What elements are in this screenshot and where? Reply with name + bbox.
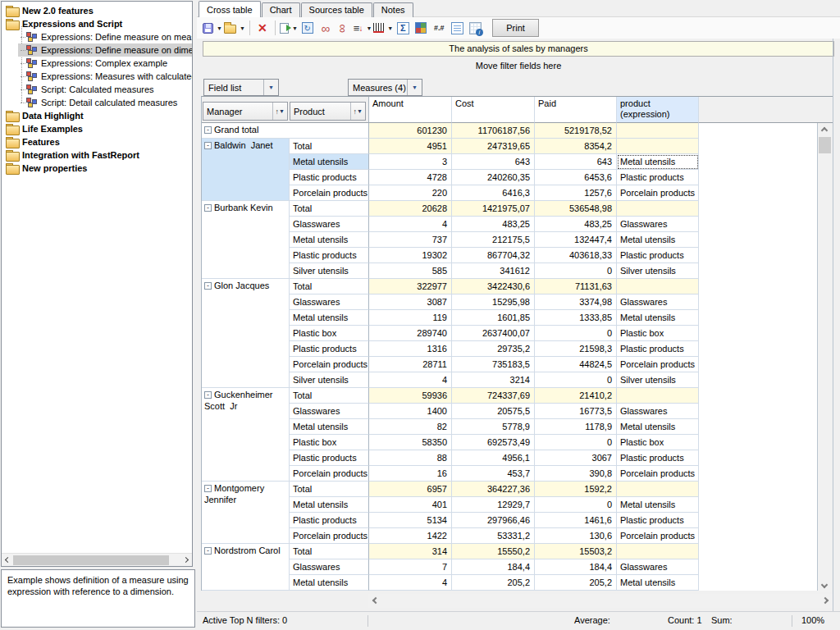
cell-cost[interactable]: 364227,36 (452, 482, 535, 497)
cell-product-expression[interactable]: Plastic products (617, 248, 699, 263)
tree-item-expressions-define-measure-on-measur[interactable]: Expressions: Define measure on measur (18, 30, 192, 43)
cell-amount[interactable]: 6957 (369, 482, 452, 497)
tree-item-expressions-define-measure-on-dimensi[interactable]: Expressions: Define measure on dimensi (18, 43, 192, 57)
cell-amount[interactable]: 3 (369, 154, 452, 170)
highlight-icon[interactable] (413, 19, 429, 37)
cell-cost[interactable]: 15550,2 (452, 544, 535, 559)
cell-amount[interactable]: 59936 (369, 388, 452, 404)
cell-cost[interactable]: 240260,35 (452, 170, 535, 185)
cell-product-expression[interactable]: Porcelain products (617, 185, 699, 201)
row-header-product[interactable]: Plastic products (290, 450, 369, 466)
cell-cost[interactable]: 483,25 (452, 217, 535, 232)
cell-product-expression[interactable]: Porcelain products (617, 357, 699, 372)
cell-product-expression[interactable]: Metal utensils (617, 310, 699, 326)
row-header-manager[interactable]: Montgomery Jennifer (202, 482, 290, 544)
cell-paid[interactable]: 71131,63 (535, 279, 617, 294)
cell-cost[interactable]: 5778,9 (452, 419, 535, 435)
cell-paid[interactable]: 3067 (535, 450, 617, 466)
cell-cost[interactable]: 867704,32 (452, 248, 535, 263)
scroll-down-icon[interactable] (821, 582, 828, 588)
cell-amount[interactable]: 19302 (369, 248, 452, 263)
cell-cost[interactable]: 341612 (452, 263, 535, 279)
cell-cost[interactable]: 6416,3 (452, 185, 535, 201)
collapse-icon[interactable] (204, 547, 212, 555)
measures-button[interactable]: Measures (4) ▼ (348, 79, 422, 96)
cell-paid[interactable]: 5219178,52 (535, 123, 617, 139)
cell-amount[interactable]: 7 (369, 559, 452, 575)
row-header-product[interactable]: Plastic products (290, 513, 369, 528)
swap-columns-icon[interactable] (317, 19, 334, 37)
tree-folder-integration-with-fastreport[interactable]: Integration with FastReport (2, 148, 192, 162)
cell-product-expression[interactable] (617, 482, 699, 497)
row-header-product[interactable]: Porcelain products (290, 528, 369, 544)
aggregate-icon[interactable] (395, 19, 411, 37)
cell-amount[interactable]: 82 (369, 419, 452, 435)
cell-product-expression[interactable] (617, 279, 699, 294)
cell-paid[interactable]: 536548,98 (535, 201, 617, 217)
collapse-icon[interactable] (204, 126, 212, 134)
cell-cost[interactable]: 1421975,07 (452, 201, 535, 217)
sort-indicator-icon[interactable]: ↑▼ (350, 103, 365, 120)
collapse-icon[interactable] (204, 282, 212, 290)
cell-paid[interactable]: 483,25 (535, 217, 617, 232)
tree-folder-expressions-and-script[interactable]: Expressions and Script (2, 17, 192, 30)
cell-product-expression[interactable]: Plastic box (617, 326, 699, 341)
tree-folder-data-highlight[interactable]: Data Highlight (2, 109, 192, 122)
cell-product-expression[interactable]: Metal utensils (617, 575, 699, 591)
cell-paid[interactable]: 0 (535, 326, 617, 341)
save-icon[interactable]: ▼ (203, 19, 222, 37)
scroll-left-icon[interactable] (5, 557, 11, 563)
tree-folder-life-examples[interactable]: Life Examples (2, 122, 192, 135)
cell-amount[interactable]: 1400 (369, 404, 452, 419)
cell-paid[interactable]: 403618,33 (535, 248, 617, 263)
cell-amount[interactable]: 601230 (369, 123, 452, 139)
cell-product-expression[interactable]: Silver utensils (617, 263, 699, 279)
tree-item-script-detail-calculated-measures[interactable]: Script: Detail calculated measures (18, 96, 192, 109)
collapse-icon[interactable] (204, 142, 212, 149)
row-header-product[interactable]: Porcelain products (290, 357, 369, 372)
cell-cost[interactable]: 12929,7 (452, 497, 535, 513)
cell-product-expression[interactable]: Plastic products (617, 341, 699, 357)
cell-cost[interactable]: 3214 (452, 372, 535, 388)
row-header-product[interactable]: Total (290, 544, 369, 559)
cell-product-expression[interactable] (617, 123, 699, 139)
cell-product-expression[interactable]: Metal utensils (617, 154, 699, 170)
cell-product-expression[interactable]: Glasswares (617, 559, 699, 575)
cell-amount[interactable]: 737 (369, 232, 452, 248)
row-header-manager[interactable]: Nordstrom Carol (202, 544, 290, 591)
chevron-down-icon[interactable]: ▼ (217, 25, 222, 31)
cell-cost[interactable]: 15295,98 (452, 294, 535, 310)
scroll-left-icon[interactable] (372, 597, 379, 604)
sort-indicator-icon[interactable]: ↑▼ (272, 103, 287, 120)
row-header-manager[interactable]: Burbank Kevin (202, 201, 290, 279)
chevron-down-icon[interactable]: ▼ (387, 25, 393, 31)
cell-amount[interactable]: 58350 (369, 435, 452, 450)
row-header-product[interactable]: Metal utensils (290, 575, 369, 591)
collapse-icon[interactable] (204, 485, 212, 492)
details-icon[interactable] (449, 19, 465, 37)
tab-sources-table[interactable]: Sources table (301, 2, 372, 17)
open-icon[interactable]: ▼ (224, 19, 245, 37)
cell-cost[interactable]: 2637400,07 (452, 326, 535, 341)
column-header-cost[interactable]: Cost (452, 97, 535, 123)
grid-info-icon[interactable] (467, 19, 483, 37)
column-header-amount[interactable]: Amount (369, 97, 452, 123)
cell-product-expression[interactable]: Metal utensils (617, 232, 699, 248)
cell-paid[interactable]: 21598,3 (535, 341, 617, 357)
cell-cost[interactable]: 735183,5 (452, 357, 535, 372)
row-header-product[interactable]: Porcelain products (290, 466, 369, 482)
scale-icon[interactable]: ▼ (373, 19, 393, 37)
cell-cost[interactable]: 692573,49 (452, 435, 535, 450)
collapse-icon[interactable] (204, 204, 212, 212)
cell-cost[interactable]: 247319,65 (452, 139, 535, 154)
cell-paid[interactable]: 643 (535, 154, 617, 170)
cell-amount[interactable]: 3087 (369, 294, 452, 310)
cell-amount[interactable]: 88 (369, 450, 452, 466)
cell-paid[interactable]: 132447,4 (535, 232, 617, 248)
tree-scrollbar-thumb[interactable] (13, 555, 169, 565)
cell-product-expression[interactable]: Plastic products (617, 450, 699, 466)
cell-cost[interactable]: 724337,69 (452, 388, 535, 404)
tree-item-expressions-measures-with-calculated-fi[interactable]: Expressions: Measures with calculated fi (18, 70, 192, 83)
cell-amount[interactable]: 585 (369, 263, 452, 279)
vertical-scrollbar-thumb[interactable] (819, 137, 831, 153)
